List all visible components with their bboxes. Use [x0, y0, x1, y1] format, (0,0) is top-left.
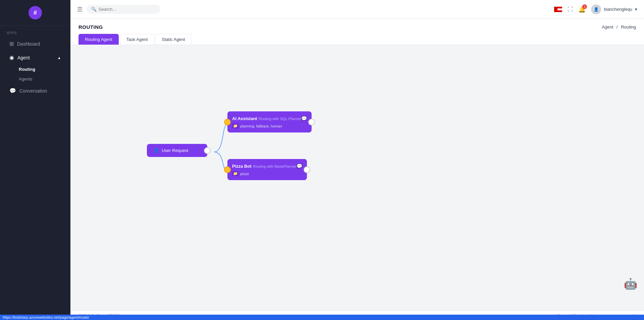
- user-icon: 👤: [154, 148, 159, 153]
- ai-tag-icon: 📁: [232, 123, 239, 128]
- language-flag[interactable]: [554, 7, 562, 12]
- search-input[interactable]: [99, 7, 152, 12]
- search-box: 🔍: [87, 5, 160, 14]
- user-request-right-port: [204, 147, 211, 154]
- user-request-label: User Request: [162, 148, 188, 153]
- sidebar-conversation-label: Conversation: [19, 88, 47, 94]
- page-header: ROUTING Agent / Routing Routing Agent Ta…: [70, 19, 644, 45]
- sidebar-logo: #: [0, 0, 70, 26]
- hamburger-button[interactable]: ☰: [77, 6, 83, 13]
- page-content: ROUTING Agent / Routing Routing Agent Ta…: [70, 19, 644, 320]
- status-bar: https://botsharp.azurewebsites.net/page/…: [0, 315, 644, 320]
- ai-assistant-left-port: [224, 119, 231, 125]
- notification-badge: 1: [582, 4, 587, 9]
- sidebar-item-conversation[interactable]: 💬 Conversation: [3, 84, 68, 97]
- page-header-top: ROUTING Agent / Routing: [78, 24, 636, 30]
- ai-assistant-subtitle: Routing with SQL-Planner: [259, 117, 301, 121]
- status-url[interactable]: https://botsharp.azurewebsites.net/page/…: [3, 315, 89, 319]
- topbar: ☰ 🔍 ⛶ 🔔 1 👤 bianchenglequ ▾: [70, 0, 644, 19]
- ai-assistant-name: AI Assistant: [232, 116, 257, 121]
- sidebar-item-label: Dashboard: [17, 41, 40, 47]
- node-user-request[interactable]: 👤 User Request: [147, 144, 207, 157]
- tabs-bar: Routing Agent Task Agent Static Agent: [78, 34, 636, 45]
- chevron-up-icon: ▲: [57, 56, 61, 60]
- page-title: ROUTING: [78, 24, 103, 30]
- topbar-right: ⛶ 🔔 1 👤 bianchenglequ ▾: [554, 4, 637, 14]
- pizza-bot-right-port: [304, 166, 310, 173]
- sidebar-item-dashboard[interactable]: ⊞ Dashboard: [3, 37, 68, 50]
- node-ai-assistant[interactable]: AI Assistant Routing with SQL-Planner 💬 …: [227, 111, 312, 132]
- breadcrumb-agent: Agent: [602, 24, 613, 30]
- ai-assistant-right-port: [308, 119, 315, 125]
- breadcrumb-sep: /: [616, 24, 618, 30]
- apps-section-label: APPS: [0, 26, 70, 37]
- username-label: bianchenglequ: [604, 7, 632, 12]
- pizza-tag-text: pizza: [240, 172, 249, 176]
- tab-routing-agent[interactable]: Routing Agent: [78, 34, 119, 45]
- avatar: 👤: [591, 4, 601, 14]
- user-menu[interactable]: 👤 bianchenglequ ▾: [591, 4, 637, 14]
- connections-svg: [70, 45, 644, 310]
- tab-static-agent[interactable]: Static Agent: [155, 34, 191, 45]
- ai-assistant-chat-icon: 💬: [301, 116, 307, 121]
- breadcrumb: Agent / Routing: [602, 24, 636, 30]
- user-chevron-icon: ▾: [635, 7, 637, 12]
- pizza-bot-chat-icon: 💬: [297, 163, 302, 169]
- bot-icon: 🤖: [624, 277, 637, 290]
- sidebar-item-agent[interactable]: ◉ Agent ▲: [3, 51, 68, 64]
- sidebar-item-routing[interactable]: Routing: [3, 65, 68, 74]
- breadcrumb-routing: Routing: [621, 24, 636, 30]
- pizza-bot-tags: 📁 pizza: [232, 171, 302, 176]
- ai-tag-text: planning, fallback, human: [240, 124, 282, 128]
- ai-assistant-tags: 📁 planning, fallback, human: [232, 123, 307, 128]
- main-area: ☰ 🔍 ⛶ 🔔 1 👤 bianchenglequ ▾ ROUTING: [70, 0, 644, 320]
- pizza-bot-left-port: [224, 166, 231, 173]
- pizza-tag-icon: 📁: [232, 171, 239, 176]
- app-logo: #: [29, 6, 42, 19]
- search-icon: 🔍: [91, 7, 97, 12]
- agent-icon: ◉: [9, 54, 14, 61]
- pizza-bot-subtitle: Routing with NaviePlanner: [253, 164, 297, 168]
- fullscreen-icon[interactable]: ⛶: [568, 6, 573, 12]
- tab-task-agent[interactable]: Task Agent: [120, 34, 154, 45]
- pizza-bot-title: Pizza Bot Routing with NaviePlanner 💬: [232, 163, 302, 169]
- notification-bell[interactable]: 🔔 1: [578, 6, 586, 13]
- pizza-bot-name: Pizza Bot: [232, 164, 252, 169]
- dashboard-icon: ⊞: [9, 41, 14, 47]
- sidebar-agent-label: Agent: [17, 55, 30, 60]
- sidebar: # APPS ⊞ Dashboard ◉ Agent ▲ Routing Age…: [0, 0, 70, 320]
- sidebar-item-agents[interactable]: Agents: [3, 74, 68, 84]
- flow-canvas-area: 👤 User Request AI Assistant Routing with…: [70, 45, 644, 310]
- conversation-icon: 💬: [9, 88, 16, 94]
- node-pizza-bot[interactable]: Pizza Bot Routing with NaviePlanner 💬 📁 …: [227, 159, 307, 180]
- ai-assistant-title: AI Assistant Routing with SQL-Planner 💬: [232, 115, 307, 121]
